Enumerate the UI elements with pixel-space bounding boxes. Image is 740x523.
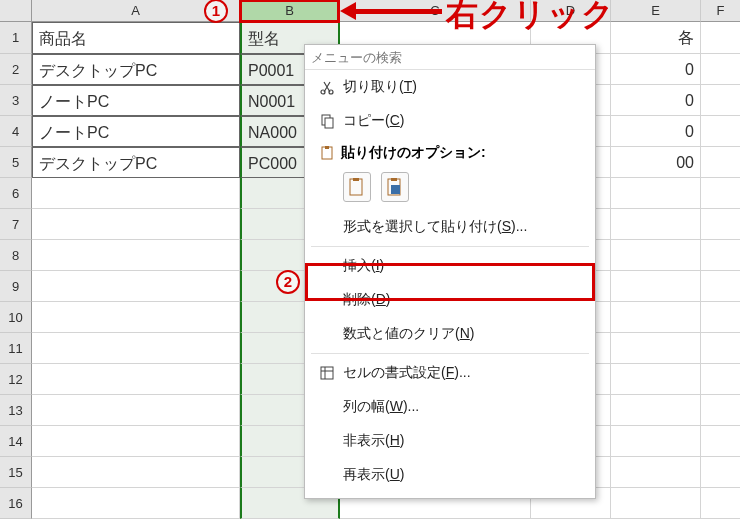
menu-cut-label: 切り取り(T)	[341, 78, 587, 96]
row-header-10[interactable]: 10	[0, 302, 32, 333]
row-header-3[interactable]: 3	[0, 85, 32, 116]
paste-option-format[interactable]	[381, 172, 409, 202]
annotation-arrow-shaft	[348, 9, 442, 14]
format-cells-icon	[313, 365, 341, 381]
svg-rect-9	[391, 178, 397, 181]
menu-copy-label: コピー(C)	[341, 112, 587, 130]
menu-separator	[311, 246, 589, 247]
menu-hide[interactable]: 非表示(H)	[305, 424, 595, 458]
menu-paste-special[interactable]: 形式を選択して貼り付け(S)...	[305, 210, 595, 244]
cell-A5[interactable]: デスクトップPC	[32, 147, 240, 178]
cell-A4[interactable]: ノートPC	[32, 116, 240, 147]
menu-cut[interactable]: 切り取り(T)	[305, 70, 595, 104]
row-header-11[interactable]: 11	[0, 333, 32, 364]
menu-search-input[interactable]	[311, 50, 589, 65]
row-header-2[interactable]: 2	[0, 54, 32, 85]
svg-rect-10	[391, 185, 400, 194]
cell-A2[interactable]: デスクトップPC	[32, 54, 240, 85]
row-header-13[interactable]: 13	[0, 395, 32, 426]
scissors-icon	[313, 79, 341, 95]
select-all-corner[interactable]	[0, 0, 32, 22]
row-header-7[interactable]: 7	[0, 209, 32, 240]
row-header-16[interactable]: 16	[0, 488, 32, 519]
cell-E3[interactable]: 0	[611, 85, 701, 116]
menu-col-width[interactable]: 列の幅(W)...	[305, 390, 595, 424]
annotation-number-2: 2	[276, 270, 300, 294]
cell-E5[interactable]: 00	[611, 147, 701, 178]
cell-E2[interactable]: 0	[611, 54, 701, 85]
paste-option-all[interactable]	[343, 172, 371, 202]
paste-options-row	[305, 168, 595, 210]
row-header-4[interactable]: 4	[0, 116, 32, 147]
menu-unhide[interactable]: 再表示(U)	[305, 458, 595, 492]
row-header-8[interactable]: 8	[0, 240, 32, 271]
menu-paste-special-label: 形式を選択して貼り付け(S)...	[341, 218, 587, 236]
cell-F2[interactable]	[701, 54, 740, 85]
row-header-1[interactable]: 1	[0, 22, 32, 54]
col-header-B[interactable]: B	[240, 0, 340, 22]
row-header-5[interactable]: 5	[0, 147, 32, 178]
cell-A3[interactable]: ノートPC	[32, 85, 240, 116]
annotation-number-1: 1	[204, 0, 228, 23]
row-header-15[interactable]: 15	[0, 457, 32, 488]
row-header-6[interactable]: 6	[0, 178, 32, 209]
menu-paste-heading-label: 貼り付けのオプション:	[341, 144, 486, 162]
col-header-E[interactable]: E	[611, 0, 701, 22]
menu-hide-label: 非表示(H)	[341, 432, 587, 450]
copy-icon	[313, 113, 341, 129]
clipboard-icon	[313, 145, 341, 161]
row-header-12[interactable]: 12	[0, 364, 32, 395]
cell-F1[interactable]	[701, 22, 740, 54]
svg-rect-11	[321, 367, 333, 379]
svg-rect-3	[325, 118, 333, 128]
menu-paste-heading: 貼り付けのオプション:	[305, 138, 595, 168]
menu-clear-label: 数式と値のクリア(N)	[341, 325, 587, 343]
cell-A1[interactable]: 商品名	[32, 22, 240, 54]
menu-separator	[311, 353, 589, 354]
cell-F5[interactable]	[701, 147, 740, 178]
context-menu: 切り取り(T) コピー(C) 貼り付けのオプション: 形式を選択して貼り付け(S…	[304, 44, 596, 499]
menu-clear[interactable]: 数式と値のクリア(N)	[305, 317, 595, 351]
cell-F4[interactable]	[701, 116, 740, 147]
menu-unhide-label: 再表示(U)	[341, 466, 587, 484]
menu-insert-label: 挿入(I)	[341, 257, 587, 275]
menu-format-cells-label: セルの書式設定(F)...	[341, 364, 587, 382]
menu-format-cells[interactable]: セルの書式設定(F)...	[305, 356, 595, 390]
cell-E4[interactable]: 0	[611, 116, 701, 147]
menu-insert[interactable]: 挿入(I)	[305, 249, 595, 283]
menu-search-box[interactable]	[305, 45, 595, 70]
svg-rect-6	[350, 179, 362, 195]
annotation-arrow-head-icon	[340, 2, 356, 20]
menu-delete[interactable]: 削除(D)	[305, 283, 595, 317]
cell-E1[interactable]: 各	[611, 22, 701, 54]
cell-F3[interactable]	[701, 85, 740, 116]
annotation-right-click-text: 右クリック	[446, 0, 615, 37]
row-header-14[interactable]: 14	[0, 426, 32, 457]
menu-delete-label: 削除(D)	[341, 291, 587, 309]
row-header-9[interactable]: 9	[0, 271, 32, 302]
svg-rect-7	[353, 178, 359, 181]
col-header-F[interactable]: F	[701, 0, 740, 22]
menu-copy[interactable]: コピー(C)	[305, 104, 595, 138]
menu-col-width-label: 列の幅(W)...	[341, 398, 587, 416]
cell-A6[interactable]	[32, 178, 240, 209]
svg-rect-5	[325, 146, 329, 149]
